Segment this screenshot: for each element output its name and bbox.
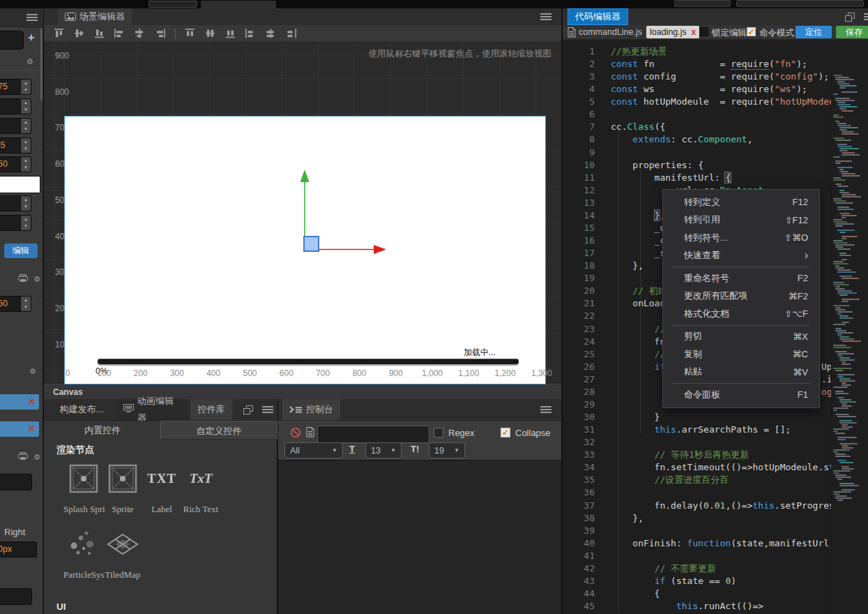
property-spinner[interactable]: 375▲▼	[0, 79, 39, 95]
distribute-right-icon[interactable]	[286, 29, 297, 38]
layout-icon[interactable]	[243, 405, 253, 414]
open-log-file-icon[interactable]	[306, 427, 314, 437]
edit-button[interactable]: 编辑	[4, 244, 38, 258]
prefab-icon[interactable]	[18, 452, 28, 463]
scene-menu-icon[interactable]	[540, 13, 551, 21]
property-spinner[interactable]: ▲▼	[0, 118, 39, 134]
align-h-center-icon[interactable]	[135, 29, 146, 38]
collapse-checkbox[interactable]: ✓	[501, 428, 510, 437]
lock-edit-checkbox[interactable]	[699, 27, 708, 36]
gear-icon[interactable]: ⚙	[29, 367, 36, 376]
close-icon[interactable]: x	[691, 27, 696, 37]
menu-item-转到定义[interactable]: 转到定义F12	[663, 193, 819, 211]
property-spinner[interactable]: 0▲▼	[0, 215, 39, 231]
menu-item-转到引用[interactable]: 转到引用⇧F12	[663, 211, 819, 230]
remove-icon[interactable]: ✕	[28, 424, 36, 434]
log-filter-dropdown[interactable]: All▼	[284, 442, 343, 458]
widget-item-sprite[interactable]: Sprite	[102, 463, 143, 515]
property-spinner[interactable]: 0.5▲▼	[0, 137, 39, 154]
gear-icon[interactable]: ⚙	[26, 57, 33, 66]
clear-console-icon[interactable]	[290, 427, 301, 438]
console-menu-icon[interactable]	[540, 405, 551, 414]
align-left-icon[interactable]	[114, 29, 125, 38]
spinner-arrows[interactable]: ▲▼	[21, 156, 31, 172]
gear-icon[interactable]: ⚙	[33, 453, 40, 462]
spinner-value[interactable]: 375	[0, 79, 21, 95]
distribute-v-center-icon[interactable]	[205, 29, 216, 38]
minimap[interactable]	[831, 70, 862, 614]
widget-item-tiledmap[interactable]: TiledMap	[102, 529, 143, 581]
file-tab-commandline[interactable]: commandLine.js	[579, 27, 642, 37]
name-input[interactable]	[0, 31, 24, 50]
property-spinner[interactable]: 750▲▼	[0, 296, 39, 312]
tab-动画编辑器[interactable]: 动画编辑器	[116, 399, 188, 420]
top-strip-tab[interactable]	[201, 1, 276, 8]
tab-console[interactable]: 控制台	[282, 399, 340, 420]
menu-item-粘贴[interactable]: 粘贴⌘V	[663, 364, 819, 382]
spinner-arrows[interactable]: ▲▼	[21, 118, 31, 134]
menu-item-重命名符号[interactable]: 重命名符号F2	[663, 269, 819, 287]
top-strip-button-3[interactable]	[736, 0, 864, 7]
property-input[interactable]	[0, 588, 32, 605]
spinner-value[interactable]	[0, 98, 21, 114]
menu-item-格式化文档[interactable]: 格式化文档⇧⌥F	[663, 305, 819, 323]
distribute-left-icon[interactable]	[245, 29, 257, 38]
gizmo[interactable]	[289, 153, 401, 264]
widget-item-rich-text[interactable]: TxTRich Text	[181, 463, 221, 515]
font-size-dropdown[interactable]: 13▼	[365, 442, 402, 458]
menu-item-命令面板[interactable]: 命令面板F1	[663, 386, 819, 404]
spinner-arrows[interactable]: ▲▼	[21, 215, 31, 231]
save-button[interactable]: 保存	[836, 26, 868, 38]
component-bar[interactable]: ✕	[0, 394, 39, 410]
widget-item-label[interactable]: TXTLabel	[142, 463, 182, 515]
remove-icon[interactable]: ✕	[28, 396, 36, 407]
bl-menu-icon[interactable]	[262, 405, 273, 414]
spinner-arrows[interactable]: ▲▼	[21, 296, 31, 312]
tab-scene-editor[interactable]: 场景编辑器	[58, 8, 132, 25]
menu-item-剪切[interactable]: 剪切⌘X	[663, 328, 819, 346]
margin-input[interactable]: 00px	[0, 541, 37, 557]
spinner-arrows[interactable]: ▲▼	[21, 195, 31, 211]
menu-item-转到符号[interactable]: 转到符号...⇧⌘O	[663, 229, 819, 247]
align-right-icon[interactable]	[155, 29, 166, 38]
scrollbar-thumb[interactable]	[40, 28, 43, 100]
spinner-value[interactable]	[0, 118, 21, 134]
console-output[interactable]	[278, 460, 561, 614]
align-top-icon[interactable]	[54, 29, 65, 38]
distribute-top-icon[interactable]	[185, 29, 196, 38]
menu-item-更改所有匹配项[interactable]: 更改所有匹配项⌘F2	[663, 287, 819, 306]
subtab-内置控件[interactable]: 内置控件	[44, 421, 161, 440]
color-swatch[interactable]	[0, 176, 40, 193]
align-bottom-icon[interactable]	[94, 29, 105, 38]
subtab-自定义控件[interactable]: 自定义控件	[160, 421, 277, 440]
spinner-value[interactable]: 750	[0, 296, 21, 312]
spinner-value[interactable]: 750	[0, 156, 21, 172]
tab-code-editor[interactable]: 代码编辑器	[568, 8, 628, 25]
top-strip-button-2[interactable]	[674, 0, 731, 7]
menu-item-复制[interactable]: 复制⌘C	[663, 345, 819, 364]
tab-构建发布...[interactable]: 构建发布...	[50, 399, 114, 420]
file-tab-loading[interactable]: loading.js x	[646, 26, 699, 38]
align-v-center-icon[interactable]	[74, 29, 85, 38]
property-spinner[interactable]: 750▲▼	[0, 156, 39, 172]
gear-icon[interactable]: ⚙	[33, 275, 40, 284]
add-button[interactable]: +	[28, 31, 34, 44]
console-search-input[interactable]	[317, 426, 429, 443]
layout-icon[interactable]	[845, 13, 855, 22]
spinner-value[interactable]: 0	[0, 215, 21, 231]
top-strip-button[interactable]	[149, 1, 197, 8]
line-height-dropdown[interactable]: 19▼	[429, 442, 465, 458]
widget-item-particlesys[interactable]: ParticleSys	[63, 529, 104, 581]
menu-item-快速查看[interactable]: 快速查看›	[663, 247, 819, 265]
spinner-value[interactable]: 0.5	[0, 137, 21, 154]
component-bar[interactable]: ✕	[0, 421, 39, 437]
spinner-arrows[interactable]: ▲▼	[21, 98, 31, 114]
distribute-bottom-icon[interactable]	[225, 29, 236, 38]
locate-button[interactable]: 定位	[795, 26, 832, 38]
spinner-arrows[interactable]: ▲▼	[21, 137, 31, 154]
regex-checkbox[interactable]	[434, 428, 443, 437]
widget-item-splash-spri[interactable]: Splash Spri	[63, 463, 104, 515]
spinner-arrows[interactable]: ▲▼	[21, 79, 31, 95]
tab-控件库[interactable]: 控件库	[190, 399, 232, 420]
property-input[interactable]	[0, 474, 32, 491]
